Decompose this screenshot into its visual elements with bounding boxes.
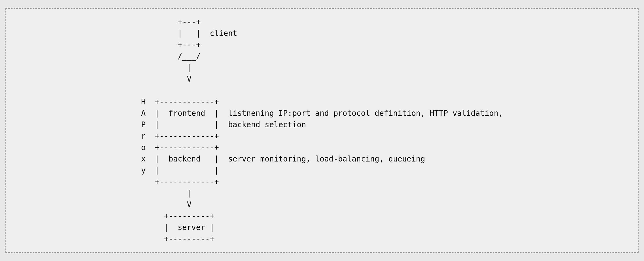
outer-frame: +---+ | | client +---+ /___/ | V H +----… (5, 8, 639, 253)
diagram-container: +---+ | | client +---+ /___/ | V H +----… (125, 5, 519, 256)
ascii-diagram: +---+ | | client +---+ /___/ | V H +----… (141, 16, 503, 245)
